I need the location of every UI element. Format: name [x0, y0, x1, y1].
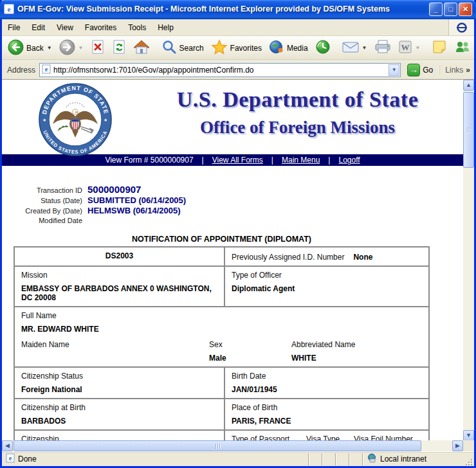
- links-label: Links: [445, 66, 463, 75]
- vertical-scrollbar[interactable]: ▲ ▼: [463, 80, 474, 441]
- stop-button[interactable]: [87, 38, 108, 59]
- scroll-down-button[interactable]: ▼: [463, 430, 474, 441]
- nav-main-menu-link[interactable]: Main Menu: [282, 156, 320, 165]
- mail-button[interactable]: ▼: [339, 38, 371, 59]
- modified-date-row: Modified Date: [2, 216, 463, 226]
- status-pane: e Done: [3, 453, 308, 465]
- abbreviated-name-value: WHITE: [291, 354, 422, 363]
- created-by-row: Created By (Date) HELMSWB (06/14/2005): [2, 206, 463, 216]
- transaction-id-row: Transaction ID 5000000907: [2, 184, 463, 195]
- scroll-left-button[interactable]: ◀: [2, 440, 13, 451]
- prev-id-label: Previously Assigned I.D. Number: [232, 253, 344, 262]
- sex-value: Male: [209, 354, 291, 363]
- nav-logoff-link[interactable]: Logoff: [338, 156, 360, 165]
- go-arrow-icon: →: [407, 64, 420, 76]
- print-icon: [374, 39, 391, 57]
- full-name-value: MR. EDWARD WHITE: [21, 325, 422, 334]
- go-button[interactable]: → Go: [405, 63, 435, 77]
- history-button[interactable]: [312, 38, 334, 59]
- created-by-value: HELMSWB (06/14/2005): [87, 206, 181, 215]
- mission-label: Mission: [21, 271, 217, 280]
- discuss-note-icon: [432, 39, 447, 57]
- favorites-button[interactable]: Favorites: [208, 38, 265, 59]
- horizontal-scrollbar[interactable]: ◀ ▶: [2, 440, 463, 451]
- abbreviated-name-label: Abbreviated Name: [291, 340, 422, 349]
- minimize-button[interactable]: _: [429, 3, 443, 16]
- messenger-button[interactable]: [451, 38, 474, 59]
- transaction-id-value: 5000000907: [87, 184, 141, 194]
- table-row: Citizenship Status Foreign National Birt…: [14, 367, 429, 399]
- links-bar[interactable]: Links »: [439, 66, 470, 75]
- department-of-state-seal: DEPARTMENT OF STATE UNITED STATES OF AME…: [39, 83, 112, 156]
- menu-view[interactable]: View: [51, 21, 79, 35]
- nav-view-all-forms-link[interactable]: View All Forms: [212, 156, 263, 165]
- appointment-form-table: DS2003 Previously Assigned I.D. Number N…: [14, 246, 430, 441]
- transaction-summary: Transaction ID 5000000907 Status (Date) …: [2, 184, 463, 226]
- type-of-officer-label: Type of Officer: [232, 271, 422, 280]
- svg-text:★: ★: [104, 118, 107, 122]
- forward-button[interactable]: ▼: [56, 38, 87, 59]
- stop-icon: [91, 39, 105, 57]
- status-pane-empty: [322, 453, 335, 465]
- scrollbar-corner: [463, 440, 474, 451]
- edit-word-button[interactable]: W ▼: [395, 38, 424, 59]
- nav-separator: |: [271, 156, 273, 165]
- print-button[interactable]: [371, 38, 394, 59]
- intranet-globe-icon: [367, 453, 377, 465]
- title-bar[interactable]: e OFM E-Gov: View Submission Receipt - M…: [0, 0, 476, 19]
- menu-help[interactable]: Help: [152, 21, 179, 35]
- resize-grip[interactable]: [464, 457, 473, 466]
- citizenship-at-birth-value: BARBADOS: [21, 417, 217, 426]
- discuss-button[interactable]: [428, 38, 450, 59]
- browser-window: e OFM E-Gov: View Submission Receipt - M…: [0, 0, 476, 468]
- citizenship-at-birth-label: Citizenship at Birth: [21, 403, 217, 412]
- scroll-up-button[interactable]: ▲: [463, 80, 474, 91]
- maximize-button[interactable]: □: [444, 3, 457, 16]
- birth-date-value: JAN/01/1945: [232, 385, 422, 394]
- forward-dropdown-icon: ▼: [78, 45, 84, 51]
- media-icon: [269, 39, 284, 57]
- page-title-line1: U.S. Department of State: [138, 87, 457, 112]
- back-label: Back: [26, 44, 44, 53]
- forward-icon: [59, 39, 75, 57]
- maiden-name-label: Maiden Name: [21, 340, 209, 349]
- mail-icon: [342, 40, 359, 56]
- table-row: DS2003 Previously Assigned I.D. Number N…: [14, 247, 429, 266]
- close-button[interactable]: ✕: [459, 3, 472, 16]
- address-input[interactable]: e http://ofmsntsorw1:7010/eGov/app/appoi…: [39, 63, 401, 77]
- table-row: Full Name MR. EDWARD WHITE Maiden Name S…: [14, 307, 429, 367]
- menu-favorites[interactable]: Favorites: [79, 21, 122, 35]
- back-button[interactable]: Back ▼: [5, 38, 55, 59]
- mail-dropdown-icon: ▼: [362, 45, 367, 51]
- refresh-icon: [112, 39, 126, 57]
- home-button[interactable]: [130, 38, 153, 59]
- address-url[interactable]: http://ofmsntsorw1:7010/eGov/app/appoint…: [53, 66, 389, 75]
- horizontal-scroll-thumb[interactable]: [14, 440, 421, 451]
- ie-throbber-icon: [448, 19, 474, 35]
- menu-file[interactable]: File: [2, 21, 26, 35]
- svg-text:e: e: [45, 66, 48, 73]
- place-of-birth-label: Place of Birth: [232, 403, 422, 412]
- toolbar: Back ▼ ▼ Search Favorites Media: [2, 36, 474, 60]
- type-of-officer-value: Diplomatic Agent: [232, 284, 422, 293]
- refresh-button[interactable]: [109, 38, 129, 59]
- birth-date-label: Birth Date: [232, 372, 422, 381]
- address-dropdown-icon[interactable]: ▼: [389, 64, 399, 76]
- sex-label: Sex: [209, 340, 291, 349]
- nav-separator: |: [202, 156, 204, 165]
- menu-edit[interactable]: Edit: [26, 21, 51, 35]
- back-dropdown-icon: ▼: [47, 45, 52, 51]
- media-button[interactable]: Media: [266, 38, 311, 59]
- menu-tools[interactable]: Tools: [122, 21, 152, 35]
- menu-bar: File Edit View Favorites Tools Help: [2, 19, 474, 36]
- created-by-label: Created By (Date): [2, 206, 82, 216]
- form-number: DS2003: [14, 247, 224, 266]
- search-button[interactable]: Search: [158, 38, 207, 59]
- status-value: SUBMITTED (06/14/2005): [87, 195, 186, 205]
- vertical-scroll-thumb[interactable]: [463, 92, 474, 168]
- nav-separator: |: [328, 156, 330, 165]
- address-page-icon: e: [42, 64, 51, 76]
- scroll-right-button[interactable]: ▶: [452, 440, 463, 451]
- security-zone-pane: Local intranet: [362, 453, 464, 465]
- transaction-id-label: Transaction ID: [2, 186, 82, 195]
